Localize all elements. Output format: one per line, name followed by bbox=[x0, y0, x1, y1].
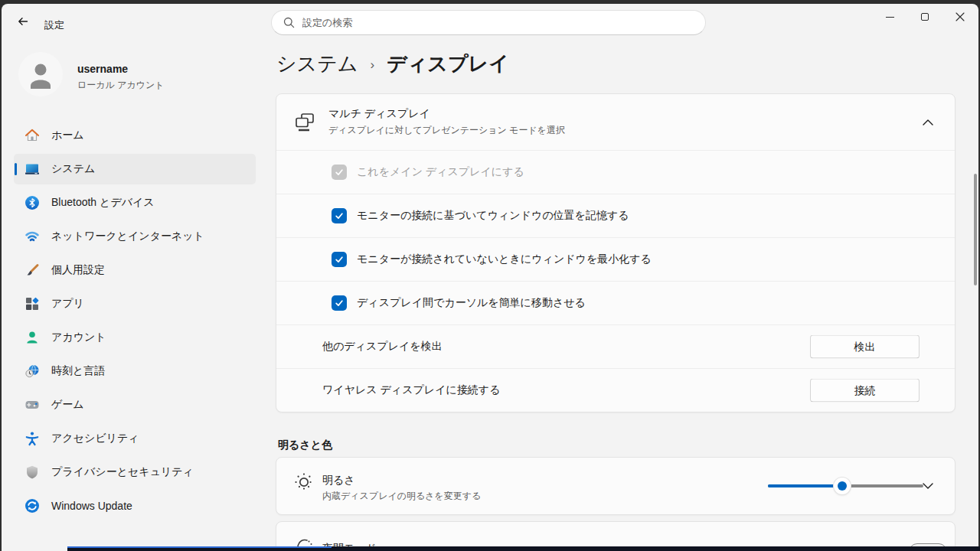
sidebar-item-label: ネットワークとインターネット bbox=[51, 230, 204, 243]
sidebar-item-accounts[interactable]: アカウント bbox=[14, 322, 256, 353]
close-button[interactable] bbox=[942, 4, 978, 30]
checkbox-row: ディスプレイ間でカーソルを簡単に移動させる bbox=[276, 281, 955, 324]
user-icon bbox=[26, 60, 55, 89]
detect-button[interactable]: 検出 bbox=[810, 335, 920, 359]
sidebar-item-apps[interactable]: アプリ bbox=[14, 289, 256, 319]
collapse-button[interactable] bbox=[918, 112, 938, 132]
checkbox[interactable] bbox=[332, 165, 347, 180]
checkbox-label: モニターが接続されていないときにウィンドウを最小化する bbox=[357, 253, 652, 266]
gamepad-icon bbox=[24, 397, 40, 412]
checkbox-label: モニターの接続に基づいてウィンドウの位置を記憶する bbox=[357, 209, 629, 223]
brightness-slider[interactable] bbox=[768, 478, 923, 494]
page-title: ディスプレイ bbox=[387, 51, 509, 77]
close-icon bbox=[956, 12, 965, 21]
sidebar-item-label: Windows Update bbox=[51, 500, 132, 512]
home-icon bbox=[24, 128, 40, 143]
accessibility-icon bbox=[24, 431, 40, 446]
multi-display-header[interactable]: マルチ ディスプレイ ディスプレイに対してプレゼンテーション モードを選択 bbox=[276, 94, 955, 150]
back-button[interactable] bbox=[11, 11, 35, 34]
sidebar-item-label: プライバシーとセキュリティ bbox=[51, 465, 194, 479]
breadcrumb-parent[interactable]: システム bbox=[276, 51, 358, 77]
scrollbar[interactable] bbox=[974, 174, 977, 285]
sidebar-item-home[interactable]: ホーム bbox=[14, 120, 256, 151]
multi-display-icon bbox=[293, 112, 316, 132]
detect-display-label: 他のディスプレイを検出 bbox=[322, 340, 443, 354]
windows-update-icon bbox=[24, 498, 40, 514]
wireless-display-label: ワイヤレス ディスプレイに接続する bbox=[322, 383, 500, 397]
bluetooth-icon bbox=[24, 195, 40, 210]
avatar[interactable] bbox=[18, 52, 63, 96]
checkbox[interactable] bbox=[332, 295, 347, 311]
back-arrow-icon bbox=[17, 15, 29, 31]
multi-display-title: マルチ ディスプレイ bbox=[328, 107, 565, 121]
sidebar-item-label: ゲーム bbox=[51, 398, 84, 412]
chevron-down-icon bbox=[923, 483, 933, 489]
check-icon bbox=[334, 167, 345, 178]
minimize-button[interactable] bbox=[872, 4, 907, 30]
profile-name: username bbox=[77, 63, 128, 75]
minimize-icon bbox=[886, 17, 894, 18]
wireless-display-row: ワイヤレス ディスプレイに接続する 接続 bbox=[276, 368, 955, 412]
sidebar-item-label: ホーム bbox=[51, 129, 84, 142]
brightness-sun-icon bbox=[293, 471, 315, 493]
sidebar-item-gaming[interactable]: ゲーム bbox=[14, 390, 256, 420]
search-input[interactable] bbox=[302, 17, 670, 28]
checkbox-row: モニターの接続に基づいてウィンドウの位置を記憶する bbox=[276, 194, 955, 237]
sidebar-item-network-internet[interactable]: ネットワークとインターネット bbox=[14, 221, 256, 252]
checkbox-label: これをメイン ディスプレイにする bbox=[357, 165, 524, 179]
sidebar-nav: ホーム システム Bluetooth とデバイス bbox=[14, 120, 257, 524]
wifi-icon bbox=[24, 229, 40, 244]
time-language-icon bbox=[24, 364, 40, 379]
checkbox-row: これをメイン ディスプレイにする bbox=[276, 150, 955, 194]
sidebar-item-time-language[interactable]: 時刻と言語 bbox=[14, 356, 256, 386]
sidebar-item-accessibility[interactable]: アクセシビリティ bbox=[14, 423, 256, 454]
detect-display-row: 他のディスプレイを検出 検出 bbox=[276, 324, 955, 368]
paintbrush-icon bbox=[24, 262, 40, 278]
sidebar-item-windows-update[interactable]: Windows Update bbox=[14, 491, 256, 521]
background-strip bbox=[67, 546, 980, 551]
check-icon bbox=[334, 254, 345, 265]
sidebar-item-label: システム bbox=[51, 162, 95, 176]
checkbox[interactable] bbox=[332, 252, 347, 267]
sidebar-item-system[interactable]: システム bbox=[14, 154, 256, 184]
shield-icon bbox=[24, 465, 40, 480]
profile-account-type: ローカル アカウント bbox=[77, 79, 165, 92]
check-icon bbox=[334, 298, 345, 308]
section-header-brightness-color: 明るさと色 bbox=[278, 439, 332, 452]
sidebar-item-label: アクセシビリティ bbox=[51, 432, 139, 445]
sidebar-item-label: アプリ bbox=[51, 297, 84, 311]
checkbox[interactable] bbox=[332, 208, 347, 223]
system-icon bbox=[24, 161, 40, 177]
sidebar-item-bluetooth-devices[interactable]: Bluetooth とデバイス bbox=[14, 187, 256, 218]
connect-button[interactable]: 接続 bbox=[810, 379, 920, 403]
breadcrumb: システム › ディスプレイ bbox=[276, 51, 509, 77]
brightness-title: 明るさ bbox=[322, 474, 355, 487]
apps-icon bbox=[24, 296, 40, 311]
brightness-slider-thumb[interactable] bbox=[834, 478, 851, 494]
brightness-card: 明るさ 内蔵ディスプレイの明るさを変更する bbox=[276, 457, 956, 515]
sidebar-item-label: 時刻と言語 bbox=[51, 364, 105, 378]
brightness-slider-fill bbox=[768, 484, 842, 487]
search-icon bbox=[283, 17, 295, 28]
search-box[interactable] bbox=[271, 10, 706, 35]
check-icon bbox=[334, 210, 345, 221]
chevron-up-icon bbox=[923, 119, 933, 126]
multi-display-subtitle: ディスプレイに対してプレゼンテーション モードを選択 bbox=[328, 124, 565, 137]
maximize-icon bbox=[921, 13, 929, 21]
sidebar-item-label: 個人用設定 bbox=[51, 263, 105, 277]
sidebar-item-label: アカウント bbox=[51, 331, 106, 344]
sidebar-item-personalization[interactable]: 個人用設定 bbox=[14, 255, 256, 285]
window-controls bbox=[872, 4, 978, 30]
settings-window: 設定 username ローカル アカウント ホーム bbox=[2, 4, 978, 551]
sidebar-item-label: Bluetooth とデバイス bbox=[51, 196, 155, 210]
brightness-subtitle: 内蔵ディスプレイの明るさを変更する bbox=[322, 490, 481, 503]
breadcrumb-separator-icon: › bbox=[370, 57, 374, 73]
checkbox-row: モニターが接続されていないときにウィンドウを最小化する bbox=[276, 237, 955, 281]
app-title: 設定 bbox=[44, 18, 64, 32]
multi-display-card: マルチ ディスプレイ ディスプレイに対してプレゼンテーション モードを選択 これ… bbox=[276, 93, 956, 412]
brightness-expand-button[interactable] bbox=[918, 476, 938, 496]
account-icon bbox=[24, 330, 40, 345]
maximize-button[interactable] bbox=[907, 4, 942, 30]
sidebar-item-privacy-security[interactable]: プライバシーとセキュリティ bbox=[14, 457, 256, 487]
checkbox-label: ディスプレイ間でカーソルを簡単に移動させる bbox=[357, 296, 586, 310]
